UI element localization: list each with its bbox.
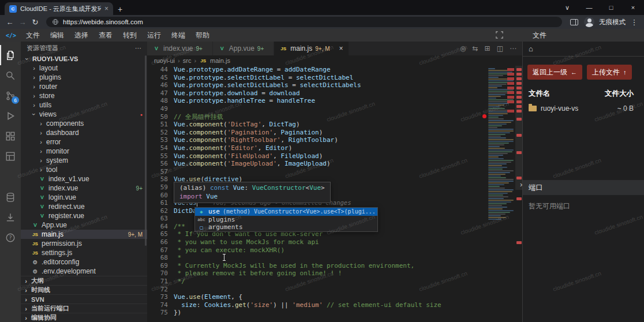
code-line-72[interactable]: 72 bbox=[147, 286, 522, 294]
code-line-46[interactable]: 46Vue.prototype.selectDictLabels = selec… bbox=[147, 81, 522, 89]
menu-item-转到[interactable]: 转到 bbox=[118, 31, 142, 39]
editor-tab-index.vue[interactable]: Vindex.vue9+ bbox=[147, 42, 213, 55]
back-parent-button[interactable]: 返回上一级← bbox=[527, 65, 582, 80]
search-icon[interactable] bbox=[0, 65, 21, 85]
close-tab-icon[interactable]: × bbox=[339, 44, 343, 53]
code-line-49[interactable]: 49 bbox=[147, 105, 522, 113]
tree-folder-views[interactable]: ›views● bbox=[21, 110, 147, 119]
tree-folder-error[interactable]: ›error bbox=[21, 137, 147, 147]
cloudide-logo[interactable]: </> bbox=[6, 32, 16, 39]
suggestion-use[interactable]: ◈use(method) VueConstructor<Vue>.use<T>(… bbox=[195, 208, 377, 216]
code-line-51[interactable]: 51Vue.component('DictTag', DictTag) bbox=[147, 121, 522, 129]
address-bar[interactable]: https://webide.sinosoft.com bbox=[46, 17, 562, 27]
tree-file-index.vue[interactable]: Vindex.vue9+ bbox=[21, 184, 147, 193]
home-icon[interactable]: ⌂ bbox=[529, 44, 533, 53]
code-line-69[interactable]: 69 * Currently MockJs will be used in th… bbox=[147, 262, 522, 270]
tree-folder-RUOYI-VUE-VS[interactable]: ›RUOYI-VUE-VS bbox=[21, 54, 147, 63]
menu-item-编辑[interactable]: 编辑 bbox=[45, 31, 69, 39]
breadcrumb-item-main.js[interactable]: main.js bbox=[210, 57, 230, 64]
tree-file-index_v1.vue[interactable]: Vindex_v1.vue bbox=[21, 174, 147, 184]
tree-file-settings.js[interactable]: JSsettings.js bbox=[21, 248, 147, 257]
code-area[interactable]: 44Vue.prototype.addDateRange = addDateRa… bbox=[147, 66, 522, 322]
minimize-icon[interactable]: — bbox=[578, 4, 600, 11]
code-line-75[interactable]: 75}) bbox=[147, 309, 522, 317]
tree-folder-components[interactable]: ›components bbox=[21, 119, 147, 128]
maximize-icon[interactable]: □ bbox=[600, 4, 622, 11]
code-line-66[interactable]: 66 * you want to use MockJs for mock api bbox=[147, 238, 522, 246]
tree-file-register.vue[interactable]: Vregister.vue bbox=[21, 211, 147, 220]
suggestion-plugins[interactable]: abcplugins bbox=[195, 216, 377, 224]
code-line-52[interactable]: 52Vue.component('Pagination', Pagination… bbox=[147, 129, 522, 137]
open-changes-icon[interactable]: ⇆ bbox=[473, 44, 478, 53]
tree-folder-monitor[interactable]: ›monitor bbox=[21, 147, 147, 156]
sidebar-pane-编辑协同[interactable]: ›编辑协同 bbox=[21, 313, 147, 322]
menu-item-文件[interactable]: 文件 bbox=[21, 31, 45, 39]
code-line-54[interactable]: 54Vue.component('Editor', Editor) bbox=[147, 144, 522, 152]
open-preview-icon[interactable]: ⊞ bbox=[485, 44, 491, 53]
tree-folder-store[interactable]: ›store bbox=[21, 91, 147, 100]
tree-folder-plugins[interactable]: ›plugins bbox=[21, 73, 147, 82]
tree-file-main.js[interactable]: JSmain.js9+, M bbox=[21, 230, 147, 239]
sidebar-scrollbar[interactable] bbox=[145, 55, 147, 246]
editor-tab-main.js[interactable]: JSmain.js9+, M× bbox=[274, 42, 349, 55]
collapse-panel-icon[interactable]: › bbox=[520, 180, 522, 189]
more-actions-icon[interactable]: ⋯ bbox=[510, 44, 516, 53]
editor-tab-App.vue[interactable]: VApp.vue9+ bbox=[213, 42, 274, 55]
code-line-50[interactable]: 50// 全局组件挂载 bbox=[147, 113, 522, 121]
incognito-avatar-icon[interactable] bbox=[584, 17, 594, 27]
sidebar-pane-SVN[interactable]: ›SVN bbox=[21, 294, 147, 304]
menu-item-运行[interactable]: 运行 bbox=[142, 31, 166, 39]
sidebar-pane-时间线[interactable]: ›时间线 bbox=[21, 285, 147, 294]
code-line-71[interactable]: 71 */ bbox=[147, 278, 522, 286]
tab-search-icon[interactable]: ∨ bbox=[556, 4, 578, 12]
menu-item-终端[interactable]: 终端 bbox=[166, 31, 190, 39]
tree-folder-utils[interactable]: ›utils bbox=[21, 100, 147, 110]
suggestion-arguments[interactable]: ▢arguments bbox=[195, 223, 377, 231]
tree-file-.editorconfig[interactable]: ⚙.editorconfig bbox=[21, 257, 147, 267]
code-line-68[interactable]: 68 * bbox=[147, 254, 522, 262]
explorer-more-actions-icon[interactable]: ⋯ bbox=[135, 44, 141, 52]
side-panel-icon[interactable] bbox=[570, 19, 578, 25]
refresh-icon[interactable]: ↻ bbox=[29, 18, 42, 27]
source-control-icon[interactable]: 6 bbox=[0, 85, 21, 106]
menu-item-选择[interactable]: 选择 bbox=[69, 31, 93, 39]
code-line-55[interactable]: 55Vue.component('FileUpload', FileUpload… bbox=[147, 152, 522, 160]
upload-file-button[interactable]: 上传文件↑ bbox=[587, 65, 632, 80]
split-editor-icon[interactable]: ◫ bbox=[497, 44, 503, 53]
browser-tab[interactable]: C CloudIDE - 云原生集成开发环境 × bbox=[5, 2, 113, 15]
tree-file-App.vue[interactable]: VApp.vue bbox=[21, 220, 147, 230]
tree-folder-layout[interactable]: ›layout bbox=[21, 63, 147, 73]
toggle-annotations-icon[interactable]: ◎ bbox=[460, 44, 466, 53]
deploy-icon[interactable] bbox=[0, 207, 21, 227]
close-icon[interactable]: × bbox=[622, 4, 644, 11]
menu-item-查看[interactable]: 查看 bbox=[93, 31, 118, 39]
fullscreen-icon[interactable] bbox=[495, 31, 504, 39]
code-line-56[interactable]: 56Vue.component('ImageUpload', ImageUplo… bbox=[147, 160, 522, 168]
new-tab-button[interactable]: + bbox=[118, 5, 122, 13]
tree-folder-router[interactable]: ›router bbox=[21, 82, 147, 91]
file-row-ruoyi-vue-vs[interactable]: ruoyi-vue-vs~ 0 B bbox=[523, 101, 644, 116]
code-line-44[interactable]: 44Vue.prototype.addDateRange = addDateRa… bbox=[147, 66, 522, 74]
code-line-48[interactable]: 48Vue.prototype.handleTree = handleTree bbox=[147, 97, 522, 105]
code-line-45[interactable]: 45Vue.prototype.selectDictLabel = select… bbox=[147, 74, 522, 82]
code-line-53[interactable]: 53Vue.component('RightToolbar', RightToo… bbox=[147, 136, 522, 144]
back-icon[interactable]: ← bbox=[3, 18, 16, 27]
tree-folder-tool[interactable]: ›tool bbox=[21, 165, 147, 174]
code-line-47[interactable]: 47Vue.prototype.download = download bbox=[147, 89, 522, 98]
tree-folder-dashboard[interactable]: ›dashboard bbox=[21, 128, 147, 137]
tree-file-permission.js[interactable]: JSpermission.js bbox=[21, 239, 147, 248]
code-line-67[interactable]: 67 * you can execute: mockXHR() bbox=[147, 246, 522, 254]
database-icon[interactable] bbox=[0, 187, 21, 207]
code-line-73[interactable]: 73Vue.use(Element, { bbox=[147, 293, 522, 301]
code-line-74[interactable]: 74 size: Cookies.get('size') || 'medium'… bbox=[147, 301, 522, 309]
menu-item-帮助[interactable]: 帮助 bbox=[190, 31, 215, 39]
code-line-65[interactable]: 65 * If you don't want to use mock-serve… bbox=[147, 230, 522, 238]
breadcrumb-item-src[interactable]: src bbox=[183, 57, 192, 64]
tree-file-login.vue[interactable]: Vlogin.vue bbox=[21, 193, 147, 202]
browser-menu-icon[interactable]: ⋮ bbox=[628, 18, 641, 27]
extensions-icon[interactable] bbox=[0, 126, 21, 146]
code-line-70[interactable]: 70 * please remove it before going onlin… bbox=[147, 269, 522, 278]
sidebar-pane-当前运行端口[interactable]: ›当前运行端口 bbox=[21, 304, 147, 313]
explorer-icon[interactable] bbox=[0, 45, 21, 65]
breadcrumb-item-ruoyi-ui[interactable]: ruoyi-ui bbox=[154, 57, 175, 64]
